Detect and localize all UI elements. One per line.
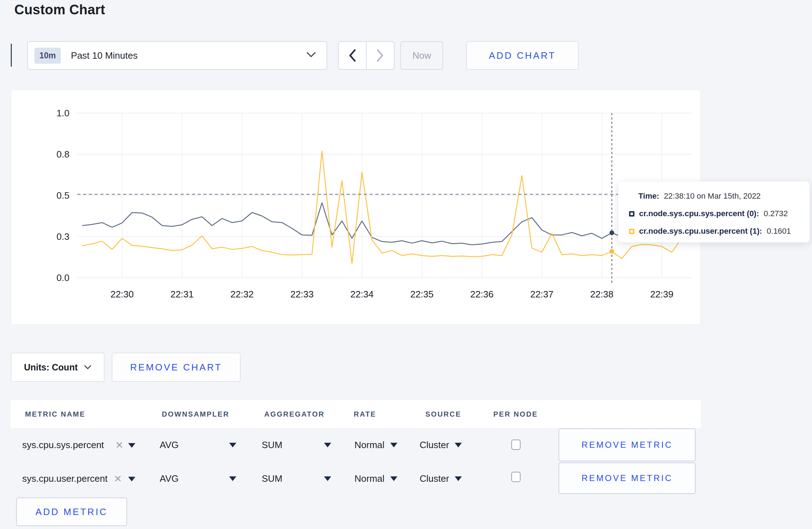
svg-text:22:31: 22:31 <box>170 289 194 300</box>
column-header-rate: RATE <box>354 400 376 428</box>
svg-text:22:33: 22:33 <box>290 289 314 300</box>
remove-chart-button[interactable]: REMOVE CHART <box>112 353 241 382</box>
tooltip-time-label: Time: <box>638 191 659 201</box>
time-nav-group <box>338 41 395 70</box>
tooltip-series-value: 0.1601 <box>767 227 791 236</box>
rate-select[interactable]: Normal <box>354 437 397 453</box>
svg-text:22:35: 22:35 <box>410 289 434 300</box>
svg-text:22:39: 22:39 <box>650 289 673 300</box>
metric-name-select[interactable]: sys.cpu.sys.percent <box>22 437 104 453</box>
page-title: Custom Chart <box>14 2 105 18</box>
source-select[interactable]: Cluster <box>420 437 462 453</box>
add-chart-button[interactable]: ADD CHART <box>466 41 579 70</box>
caret-down-icon <box>324 443 331 447</box>
tooltip-series-label: cr.node.sys.cpu.sys.percent (0): <box>639 209 759 218</box>
time-prev-button[interactable] <box>339 42 367 69</box>
metrics-table-header: METRIC NAME DOWNSAMPLER AGGREGATOR RATE … <box>11 400 701 428</box>
metric-name-value: sys.cpu.sys.percent <box>22 440 104 451</box>
svg-text:0.0: 0.0 <box>57 272 69 283</box>
caret-down-icon <box>229 443 236 447</box>
now-button[interactable]: Now <box>400 41 443 70</box>
add-metric-button[interactable]: ADD METRIC <box>16 498 127 526</box>
rate-value: Normal <box>354 440 385 451</box>
aggregator-select[interactable]: SUM <box>262 437 331 453</box>
tooltip-series-label: cr.node.sys.cpu.user.percent (1): <box>639 227 762 236</box>
chart-tooltip: Time: 22:38:10 on Mar 15th, 2022 cr.node… <box>618 181 810 243</box>
clear-metric-icon[interactable]: ✕ <box>114 473 122 485</box>
svg-text:22:36: 22:36 <box>470 289 493 300</box>
chevron-down-icon <box>84 365 91 369</box>
downsampler-value: AVG <box>160 473 179 484</box>
chart-card[interactable]: 0.00.30.50.81.022:3022:3122:3222:3322:34… <box>11 89 701 325</box>
timeseries-chart: 0.00.30.50.81.022:3022:3122:3222:3322:34… <box>11 90 701 325</box>
time-range-badge: 10m <box>34 48 61 64</box>
metric-name-select[interactable]: sys.cpu.user.percent <box>22 471 107 486</box>
column-header-downsampler: DOWNSAMPLER <box>162 400 229 428</box>
svg-text:1.0: 1.0 <box>57 108 69 118</box>
svg-text:0.5: 0.5 <box>57 190 69 201</box>
tooltip-time-row: Time: 22:38:10 on Mar 15th, 2022 <box>618 191 809 202</box>
units-label: Units: Count <box>24 362 78 373</box>
rate-select[interactable]: Normal <box>354 471 397 486</box>
caret-down-icon <box>455 443 462 447</box>
rate-value: Normal <box>354 473 385 484</box>
units-dropdown[interactable]: Units: Count <box>11 353 105 382</box>
remove-metric-button[interactable]: REMOVE METRIC <box>559 428 696 461</box>
column-header-source: SOURCE <box>425 400 461 428</box>
column-header-metric-name: METRIC NAME <box>25 400 86 428</box>
svg-text:0.8: 0.8 <box>57 149 69 160</box>
svg-text:22:37: 22:37 <box>530 289 554 300</box>
svg-text:0.3: 0.3 <box>57 231 69 242</box>
column-header-per-node: PER NODE <box>493 400 538 428</box>
caret-down-icon[interactable] <box>128 443 135 448</box>
time-next-button[interactable] <box>367 42 394 69</box>
caret-down-icon <box>229 476 236 481</box>
aggregator-value: SUM <box>262 473 282 484</box>
tooltip-series-value: 0.2732 <box>764 209 788 218</box>
downsampler-select[interactable]: AVG <box>160 471 236 486</box>
custom-chart-page: Custom Chart 10m Past 10 Minutes Now ADD… <box>0 0 812 529</box>
chevron-down-icon <box>306 52 316 59</box>
svg-text:22:34: 22:34 <box>350 289 373 300</box>
metric-name-value: sys.cpu.user.percent <box>22 473 107 484</box>
aggregator-value: SUM <box>262 440 282 451</box>
clear-metric-icon[interactable]: ✕ <box>115 440 124 451</box>
caret-down-icon <box>324 476 331 481</box>
caret-down-icon <box>455 476 462 481</box>
toolbar-divider <box>11 44 12 67</box>
source-select[interactable]: Cluster <box>420 471 462 486</box>
per-node-checkbox[interactable] <box>511 440 521 450</box>
source-value: Cluster <box>420 473 449 484</box>
svg-text:22:30: 22:30 <box>110 289 134 300</box>
time-range-dropdown[interactable]: 10m Past 10 Minutes <box>27 41 327 70</box>
series-sys-swatch-icon <box>629 211 634 217</box>
caret-down-icon[interactable] <box>128 477 135 481</box>
column-header-aggregator: AGGREGATOR <box>264 400 325 428</box>
downsampler-value: AVG <box>160 440 179 451</box>
svg-text:22:38: 22:38 <box>590 289 613 300</box>
downsampler-select[interactable]: AVG <box>160 437 236 453</box>
svg-text:22:32: 22:32 <box>230 289 253 300</box>
source-value: Cluster <box>420 440 449 451</box>
aggregator-select[interactable]: SUM <box>262 471 331 486</box>
remove-metric-button[interactable]: REMOVE METRIC <box>559 462 696 494</box>
caret-down-icon <box>390 476 397 481</box>
series-user-swatch-icon <box>629 229 634 234</box>
tooltip-series-row: cr.node.sys.cpu.user.percent (1): 0.1601 <box>618 226 809 237</box>
per-node-checkbox[interactable] <box>511 472 521 482</box>
tooltip-time-value: 22:38:10 on Mar 15th, 2022 <box>664 191 760 201</box>
tooltip-series-row: cr.node.sys.cpu.sys.percent (0): 0.2732 <box>618 208 809 219</box>
caret-down-icon <box>390 443 397 447</box>
time-range-label: Past 10 Minutes <box>71 50 137 61</box>
